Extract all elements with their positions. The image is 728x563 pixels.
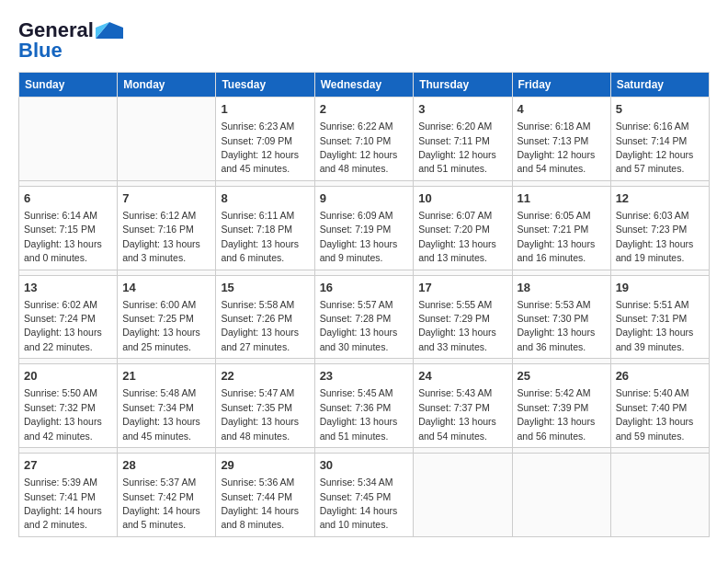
day-number: 6 [24,190,112,207]
cell-daylight: Daylight: 13 hours and 56 minutes. [518,416,596,441]
cell-sunset: Sunset: 7:13 PM [518,135,589,146]
cell-sunset: Sunset: 7:44 PM [221,491,292,502]
header-day-wednesday: Wednesday [314,73,414,98]
cell-sunrise: Sunrise: 6:22 AM [320,121,393,132]
cell-daylight: Daylight: 13 hours and 22 minutes. [24,327,102,351]
cell-daylight: Daylight: 13 hours and 19 minutes. [616,238,694,263]
cell-sunrise: Sunrise: 5:37 AM [122,477,196,488]
calendar-cell: 28 Sunrise: 5:37 AM Sunset: 7:42 PM Dayl… [118,454,216,537]
day-number: 16 [320,280,409,296]
cell-daylight: Daylight: 13 hours and 30 minutes. [320,327,398,351]
cell-sunset: Sunset: 7:40 PM [616,402,688,413]
calendar-cell: 13 Sunrise: 6:02 AM Sunset: 7:24 PM Dayl… [19,275,118,359]
calendar-cell: 12 Sunrise: 6:03 AM Sunset: 7:23 PM Dayl… [610,186,709,270]
cell-sunrise: Sunrise: 6:18 AM [518,121,591,132]
calendar-cell: 7 Sunrise: 6:12 AM Sunset: 7:16 PM Dayli… [118,186,216,270]
day-number: 19 [616,280,704,296]
cell-daylight: Daylight: 13 hours and 36 minutes. [518,327,596,351]
cell-sunset: Sunset: 7:15 PM [24,224,96,235]
cell-sunset: Sunset: 7:11 PM [418,135,490,146]
cell-daylight: Daylight: 12 hours and 45 minutes. [221,149,299,174]
day-number: 17 [418,280,506,296]
cell-daylight: Daylight: 14 hours and 2 minutes. [24,505,102,530]
cell-sunrise: Sunrise: 6:03 AM [616,210,689,221]
cell-sunrise: Sunrise: 6:09 AM [320,210,393,221]
cell-sunrise: Sunrise: 5:55 AM [418,299,492,310]
cell-daylight: Daylight: 13 hours and 27 minutes. [221,327,299,351]
calendar-cell: 3 Sunrise: 6:20 AM Sunset: 7:11 PM Dayli… [414,98,512,181]
day-number: 8 [221,190,309,207]
cell-daylight: Daylight: 13 hours and 54 minutes. [418,416,496,441]
cell-sunset: Sunset: 7:36 PM [320,402,392,413]
calendar-cell: 27 Sunrise: 5:39 AM Sunset: 7:41 PM Dayl… [19,454,118,537]
header-day-thursday: Thursday [414,73,512,98]
day-number: 9 [320,190,409,207]
cell-sunset: Sunset: 7:25 PM [122,313,194,324]
cell-daylight: Daylight: 13 hours and 6 minutes. [221,238,299,263]
cell-sunrise: Sunrise: 6:11 AM [221,210,294,221]
calendar-cell: 21 Sunrise: 5:48 AM Sunset: 7:34 PM Dayl… [118,364,216,448]
calendar-cell: 9 Sunrise: 6:09 AM Sunset: 7:19 PM Dayli… [314,186,414,270]
day-number: 15 [221,280,309,296]
day-number: 4 [518,101,606,118]
calendar-cell: 8 Sunrise: 6:11 AM Sunset: 7:18 PM Dayli… [216,186,314,270]
cell-sunrise: Sunrise: 6:07 AM [418,210,492,221]
cell-sunset: Sunset: 7:29 PM [418,313,490,324]
day-number: 11 [518,190,606,207]
cell-sunset: Sunset: 7:21 PM [518,224,589,235]
cell-sunset: Sunset: 7:39 PM [518,402,589,413]
cell-sunset: Sunset: 7:20 PM [418,224,490,235]
cell-sunrise: Sunrise: 5:40 AM [616,387,689,398]
cell-sunrise: Sunrise: 5:51 AM [616,299,689,310]
header: General Blue [18,18,710,63]
cell-sunset: Sunset: 7:16 PM [122,224,194,235]
cell-daylight: Daylight: 12 hours and 54 minutes. [518,149,596,174]
calendar-cell: 20 Sunrise: 5:50 AM Sunset: 7:32 PM Dayl… [19,364,118,448]
calendar-cell: 5 Sunrise: 6:16 AM Sunset: 7:14 PM Dayli… [610,98,709,181]
cell-daylight: Daylight: 14 hours and 8 minutes. [221,505,299,530]
calendar-cell [414,454,512,537]
cell-daylight: Daylight: 13 hours and 33 minutes. [418,327,496,351]
calendar-cell: 30 Sunrise: 5:34 AM Sunset: 7:45 PM Dayl… [314,454,414,537]
header-day-friday: Friday [512,73,610,98]
cell-sunrise: Sunrise: 5:36 AM [221,477,294,488]
week-row-4: 20 Sunrise: 5:50 AM Sunset: 7:32 PM Dayl… [19,364,710,448]
calendar-cell: 19 Sunrise: 5:51 AM Sunset: 7:31 PM Dayl… [610,275,709,359]
cell-sunrise: Sunrise: 5:58 AM [221,299,294,310]
day-number: 24 [418,368,506,385]
day-number: 14 [122,280,210,296]
week-row-2: 6 Sunrise: 6:14 AM Sunset: 7:15 PM Dayli… [19,186,710,270]
calendar-cell: 1 Sunrise: 6:23 AM Sunset: 7:09 PM Dayli… [216,98,314,181]
cell-daylight: Daylight: 13 hours and 59 minutes. [616,416,694,441]
cell-sunset: Sunset: 7:32 PM [24,402,96,413]
day-number: 26 [616,368,704,385]
cell-sunset: Sunset: 7:23 PM [616,224,688,235]
cell-daylight: Daylight: 12 hours and 51 minutes. [418,149,496,174]
cell-daylight: Daylight: 13 hours and 16 minutes. [518,238,596,263]
cell-sunrise: Sunrise: 6:02 AM [24,299,97,310]
calendar-cell: 4 Sunrise: 6:18 AM Sunset: 7:13 PM Dayli… [512,98,610,181]
header-day-sunday: Sunday [19,73,118,98]
cell-sunrise: Sunrise: 5:50 AM [24,387,97,398]
calendar-cell: 11 Sunrise: 6:05 AM Sunset: 7:21 PM Dayl… [512,186,610,270]
calendar-cell [19,98,118,181]
cell-daylight: Daylight: 13 hours and 25 minutes. [122,327,200,351]
calendar-table: SundayMondayTuesdayWednesdayThursdayFrid… [18,72,710,537]
cell-sunset: Sunset: 7:26 PM [221,313,292,324]
cell-daylight: Daylight: 13 hours and 51 minutes. [320,416,398,441]
calendar-cell: 22 Sunrise: 5:47 AM Sunset: 7:35 PM Dayl… [216,364,314,448]
calendar-cell: 16 Sunrise: 5:57 AM Sunset: 7:28 PM Dayl… [314,275,414,359]
calendar-cell: 26 Sunrise: 5:40 AM Sunset: 7:40 PM Dayl… [610,364,709,448]
cell-daylight: Daylight: 13 hours and 9 minutes. [320,238,398,263]
cell-daylight: Daylight: 13 hours and 3 minutes. [122,238,200,263]
day-number: 18 [518,280,606,296]
cell-sunrise: Sunrise: 6:05 AM [518,210,591,221]
day-number: 13 [24,280,112,296]
cell-sunset: Sunset: 7:35 PM [221,402,292,413]
cell-sunrise: Sunrise: 5:45 AM [320,387,393,398]
cell-daylight: Daylight: 13 hours and 13 minutes. [418,238,496,263]
cell-sunrise: Sunrise: 5:53 AM [518,299,591,310]
cell-sunrise: Sunrise: 5:34 AM [320,477,393,488]
day-number: 12 [616,190,704,207]
logo-icon [96,22,123,39]
